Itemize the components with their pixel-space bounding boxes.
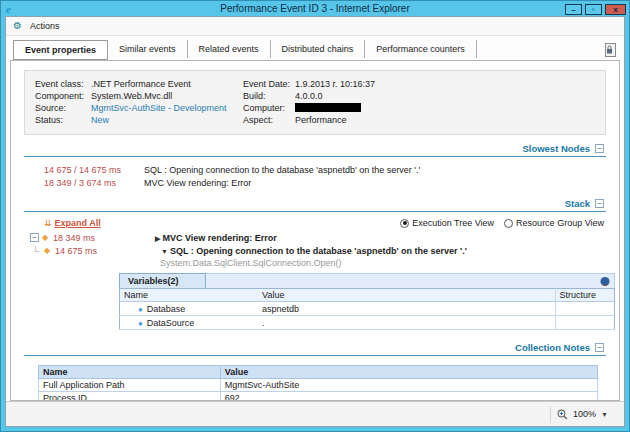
variable-name: DataSource — [147, 318, 195, 328]
expander-arrow-icon: ▶ — [155, 235, 160, 242]
radio-label: Resource Group View — [516, 218, 604, 228]
radio-execution-tree-view[interactable]: Execution Tree View — [400, 218, 494, 228]
tab-performance-counters[interactable]: Performance counters — [365, 40, 477, 58]
slowest-node-row: 14 675 / 14 675 ms SQL : Opening connect… — [44, 164, 606, 177]
field-label: Aspect: — [243, 114, 295, 126]
collapse-stack-button[interactable]: − — [595, 199, 604, 208]
variable-value: aspnetdb — [258, 302, 555, 316]
tab-event-properties[interactable]: Event properties — [13, 40, 108, 60]
node-timing: 18 349 / 3 674 ms — [44, 177, 128, 190]
variable-name: Database — [147, 304, 186, 314]
client-area: ⚙ Actions Event properties Similar event… — [5, 16, 625, 427]
field-label: Event class: — [35, 78, 91, 90]
tab-similar-events[interactable]: Similar events — [108, 40, 188, 58]
slowest-nodes-header: Slowest Nodes − — [24, 143, 606, 154]
tab-related-events[interactable]: Related events — [188, 40, 271, 58]
node-marker-icon: ◆ — [39, 232, 51, 244]
collapse-slowest-nodes-button[interactable]: − — [595, 144, 604, 153]
section-divider — [24, 156, 606, 157]
expand-all-link[interactable]: Expand All — [55, 218, 101, 228]
node-timing: 14 675 ms — [55, 245, 117, 257]
tree-node: └ ◆ 14 675 ms ▼SQL : Opening connection … — [30, 245, 606, 258]
execution-tree: − ◆ 18 349 ms ▶MVC View rendering: Error… — [30, 232, 606, 269]
column-header: Name — [39, 366, 221, 379]
status-link[interactable]: New — [91, 114, 109, 126]
variables-box: Variables(2) Name Value — [119, 273, 615, 330]
section-divider — [24, 355, 606, 356]
tab-strip: Event properties Similar events Related … — [6, 36, 624, 60]
chevron-down-icon: ▼ — [601, 411, 608, 418]
variable-value: . — [258, 316, 555, 330]
table-row: ●Database aspnetdb — [120, 302, 615, 316]
node-timing: 14 675 / 14 675 ms — [44, 164, 128, 177]
aspect-value: Performance — [295, 114, 347, 126]
variable-structure — [555, 302, 614, 316]
field-label: Build: — [243, 90, 295, 102]
computer-value-redacted — [295, 103, 361, 112]
tree-node-label[interactable]: ▶MVC View rendering: Error — [155, 232, 277, 245]
note-value: 692 — [220, 392, 597, 402]
window-title: Performance Event ID 3 - Internet Explor… — [1, 2, 629, 16]
field-label: Computer: — [243, 102, 295, 114]
gear-icon: ⚙ — [13, 21, 22, 31]
build-value: 4.0.0.0 — [295, 90, 323, 102]
tree-connector: └ — [30, 245, 41, 257]
close-button[interactable]: x — [605, 4, 626, 15]
note-value: MgmtSvc-AuthSite — [220, 379, 597, 392]
collapse-collection-notes-button[interactable]: − — [595, 343, 604, 352]
variable-structure — [555, 316, 614, 330]
tab-distributed-chains[interactable]: Distributed chains — [271, 40, 366, 58]
radio-label: Execution Tree View — [412, 218, 494, 228]
document-security-icon[interactable] — [603, 43, 616, 58]
event-properties-panel: Event class: .NET Performance Event Comp… — [10, 60, 620, 401]
node-description: SQL : Opening connection to the database… — [144, 164, 420, 177]
collection-notes-table: Name Value Full Application Path MgmtSvc… — [38, 365, 598, 401]
menu-bar: ⚙ Actions — [6, 17, 624, 36]
variables-tab-strip — [206, 273, 615, 288]
expander-arrow-icon: ▼ — [161, 248, 168, 255]
browser-window: e Performance Event ID 3 - Internet Expl… — [0, 0, 630, 432]
variables-tab[interactable]: Variables(2) — [119, 273, 206, 288]
status-bar: 100% ▼ — [6, 401, 624, 426]
variables-table: Name Value Structure ●Database aspnetdb … — [119, 288, 615, 330]
table-row: ●DataSource . — [120, 316, 615, 330]
node-description: MVC View rendering: Error — [144, 177, 251, 190]
minimize-button[interactable]: – — [565, 4, 582, 15]
variable-orb-icon: ● — [138, 305, 143, 314]
field-label: Status: — [35, 114, 91, 126]
event-class-value: .NET Performance Event — [91, 78, 191, 90]
section-divider — [24, 211, 606, 212]
column-header: Value — [220, 366, 597, 379]
slowest-nodes-title: Slowest Nodes — [522, 143, 590, 154]
radio-button-icon — [400, 219, 409, 228]
column-header: Name — [120, 289, 259, 302]
actions-menu[interactable]: Actions — [26, 19, 64, 33]
title-bar: e Performance Event ID 3 - Internet Expl… — [1, 1, 629, 16]
collection-notes-header: Collection Notes − — [24, 342, 606, 353]
tree-node: − ◆ 18 349 ms ▶MVC View rendering: Error — [30, 232, 606, 245]
tree-node-label[interactable]: ▼SQL : Opening connection to the databas… — [161, 245, 467, 258]
tree-collapse-button[interactable]: − — [30, 233, 39, 242]
zoom-control[interactable]: 100% ▼ — [550, 406, 614, 423]
node-marker-icon: ◆ — [41, 245, 53, 257]
table-row: Full Application Path MgmtSvc-AuthSite — [39, 379, 598, 392]
event-summary-box: Event class: .NET Performance Event Comp… — [24, 70, 606, 135]
maximize-button[interactable]: ▫ — [585, 4, 602, 15]
export-icon[interactable] — [599, 276, 611, 287]
field-label: Source: — [35, 102, 91, 114]
table-row: Process ID 692 — [39, 392, 598, 402]
zoom-level: 100% — [573, 409, 596, 419]
variable-orb-icon: ● — [138, 319, 143, 328]
radio-resource-group-view[interactable]: Resource Group View — [504, 218, 604, 228]
note-name: Process ID — [39, 392, 221, 402]
stack-header: Stack − — [24, 198, 606, 209]
source-link[interactable]: MgmtSvc-AuthSite - Development — [91, 102, 227, 114]
field-label: Component: — [35, 90, 91, 102]
stack-title: Stack — [565, 198, 590, 209]
slowest-node-row: 18 349 / 3 674 ms MVC View rendering: Er… — [44, 177, 606, 190]
column-header: Structure — [555, 289, 614, 302]
column-header: Value — [258, 289, 555, 302]
field-label: Event Date: — [243, 78, 295, 90]
node-timing: 18 349 ms — [53, 232, 115, 244]
event-date-value: 1.9.2013 r. 10:16:37 — [295, 78, 375, 90]
